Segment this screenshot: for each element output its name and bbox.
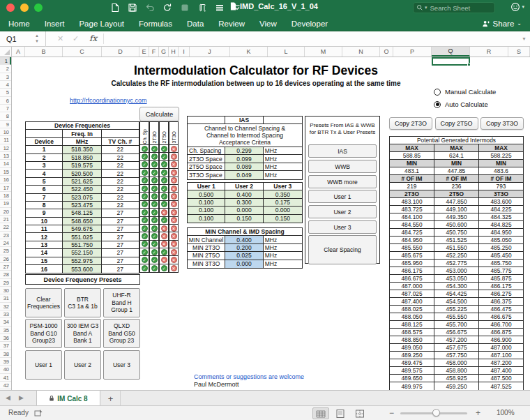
column-header-l[interactable]: L bbox=[268, 47, 305, 57]
tv-channel-cell[interactable]: 27 bbox=[102, 257, 139, 264]
user-spacing-cell[interactable]: 0.300 bbox=[225, 199, 263, 206]
user-spacing-cell[interactable]: 0.100 bbox=[188, 207, 225, 213]
ribbon-tab-home[interactable]: Home bbox=[8, 20, 30, 28]
insert-function-icon[interactable]: fx bbox=[89, 33, 97, 43]
manual-calculate-radio[interactable]: Manual Calculate bbox=[434, 88, 496, 96]
row-header-42[interactable]: 42 bbox=[0, 382, 11, 389]
confirm-entry-icon[interactable]: ✓ bbox=[73, 34, 79, 43]
tv-channel-cell[interactable]: 22 bbox=[102, 162, 139, 169]
cancel-entry-icon[interactable]: ✕ bbox=[57, 34, 63, 43]
device-frequency-cell[interactable]: 518.350 bbox=[63, 146, 101, 153]
row-header-9[interactable]: 9 bbox=[0, 121, 11, 128]
comments-link[interactable]: Comments or suggestions are welcome bbox=[194, 373, 304, 380]
row-header-15[interactable]: 15 bbox=[0, 168, 11, 176]
column-header-m[interactable]: M bbox=[305, 47, 342, 57]
row-header-11[interactable]: 11 bbox=[0, 136, 11, 144]
column-header-b[interactable]: B bbox=[25, 47, 63, 57]
sheet-tab[interactable]: IM Calc 8 bbox=[36, 391, 100, 406]
device-frequency-cell[interactable]: 519.575 bbox=[63, 162, 101, 169]
device-frequency-cell[interactable]: 551.750 bbox=[63, 241, 101, 248]
row-header-35[interactable]: 35 bbox=[0, 327, 11, 334]
column-header-p[interactable]: P bbox=[393, 47, 432, 57]
preset-button-wwb-more[interactable]: WWB more bbox=[308, 175, 377, 188]
tv-channel-cell[interactable]: 22 bbox=[102, 186, 139, 193]
row-header-18[interactable]: 18 bbox=[0, 192, 11, 200]
website-link[interactable]: http://rfcoordinationnyc.com bbox=[70, 97, 147, 104]
tv-channel-cell[interactable]: 22 bbox=[102, 170, 139, 177]
zoom-in-button[interactable]: + bbox=[476, 408, 480, 418]
row-header-31[interactable]: 31 bbox=[0, 294, 11, 302]
row-header-26[interactable]: 26 bbox=[0, 255, 11, 263]
row-header-14[interactable]: 14 bbox=[0, 160, 11, 167]
preset-button-ias[interactable]: IAS bbox=[308, 144, 377, 158]
device-frequency-cell[interactable]: 523.475 bbox=[63, 202, 101, 209]
table-icon[interactable] bbox=[215, 3, 225, 13]
tv-channel-cell[interactable]: 27 bbox=[102, 233, 139, 240]
tv-channel-cell[interactable]: 27 bbox=[102, 218, 139, 225]
fill-handle[interactable] bbox=[467, 63, 471, 66]
device-frequency-cell[interactable]: 551.025 bbox=[63, 233, 101, 240]
min-value-cell[interactable]: 0.400 bbox=[225, 236, 263, 243]
ribbon-tab-formulas[interactable]: Formulas bbox=[139, 20, 172, 28]
formula-bar-expand-icon[interactable]: ▼ bbox=[522, 36, 527, 41]
tv-channel-cell[interactable]: 22 bbox=[102, 154, 139, 161]
user-spacing-cell[interactable]: 0.500 bbox=[188, 190, 225, 197]
min-value-cell[interactable]: 0.000 bbox=[225, 260, 263, 268]
row-header-6[interactable]: 6 bbox=[0, 97, 11, 105]
row-header-25[interactable]: 25 bbox=[0, 247, 11, 255]
page-break-view-icon[interactable] bbox=[351, 407, 368, 419]
spacing-value-cell[interactable]: 0.049 bbox=[225, 171, 263, 179]
device-frequency-cell[interactable]: 521.625 bbox=[63, 178, 101, 185]
row-header-27[interactable]: 27 bbox=[0, 263, 11, 271]
undo-icon[interactable] bbox=[145, 3, 155, 13]
column-header-f[interactable]: F bbox=[149, 47, 159, 57]
user-spacing-cell[interactable]: 0.000 bbox=[264, 207, 302, 213]
row-header-3[interactable]: 3 bbox=[0, 73, 11, 81]
user-spacing-cell[interactable]: 0.000 bbox=[225, 207, 263, 213]
select-all-corner[interactable] bbox=[0, 47, 12, 57]
name-box[interactable]: Q1 ▲▼ bbox=[0, 31, 46, 47]
tv-channel-cell[interactable]: 27 bbox=[102, 249, 139, 256]
user-spacing-cell[interactable]: 0.150 bbox=[225, 215, 263, 223]
device-frequency-cell[interactable]: 523.075 bbox=[63, 194, 101, 201]
column-header-q[interactable]: Q bbox=[432, 47, 470, 57]
user-spacing-cell[interactable]: 0.400 bbox=[225, 190, 263, 197]
auto-calculate-radio[interactable]: Auto Calculate bbox=[434, 100, 488, 108]
row-header-2[interactable]: 2 bbox=[0, 65, 11, 73]
freq-preset-button-btr-c3-1a-1b[interactable]: BTRC3 1a & 1b bbox=[64, 288, 101, 317]
row-header-7[interactable]: 7 bbox=[0, 105, 11, 112]
freq-preset-button-clear-frequencies[interactable]: ClearFrequencies bbox=[25, 288, 62, 317]
name-box-stepper[interactable]: ▲▼ bbox=[35, 33, 39, 44]
row-header-17[interactable]: 17 bbox=[0, 184, 11, 192]
row-header-34[interactable]: 34 bbox=[0, 318, 11, 326]
row-header-28[interactable]: 28 bbox=[0, 271, 11, 278]
min-value-cell[interactable]: 0.200 bbox=[225, 244, 263, 251]
normal-view-icon[interactable] bbox=[312, 407, 329, 419]
freq-preset-button-psm-1000-band-g10-group23[interactable]: PSM-1000Band G10Group23 bbox=[25, 319, 62, 348]
row-header-10[interactable]: 10 bbox=[0, 128, 11, 136]
freq-preset-button-uhf-r-band-h-group-1[interactable]: UHF-RBand HGroup 1 bbox=[103, 288, 140, 317]
min-value-cell[interactable]: 0.025 bbox=[225, 252, 263, 259]
column-header-k[interactable]: K bbox=[230, 47, 268, 57]
row-header-38[interactable]: 38 bbox=[0, 350, 11, 358]
row-header-19[interactable]: 19 bbox=[0, 200, 11, 207]
tv-channel-cell[interactable]: 22 bbox=[102, 194, 139, 201]
prev-sheet-arrow-icon[interactable]: ◀ bbox=[6, 394, 10, 401]
tv-channel-cell[interactable]: 22 bbox=[102, 146, 139, 153]
ribbon-tab-page-layout[interactable]: Page Layout bbox=[79, 20, 124, 28]
row-header-5[interactable]: 5 bbox=[0, 89, 11, 96]
device-frequency-cell[interactable]: 548.650 bbox=[63, 218, 101, 225]
user-spacing-cell[interactable]: 0.100 bbox=[188, 199, 225, 206]
save-icon[interactable] bbox=[128, 3, 137, 13]
ribbon-tab-insert[interactable]: Insert bbox=[45, 20, 65, 28]
copy-2t3o-button[interactable]: Copy 2T3O bbox=[389, 117, 432, 130]
row-header-39[interactable]: 39 bbox=[0, 358, 11, 366]
add-sheet-button[interactable]: + bbox=[101, 391, 121, 406]
ribbon-tab-view[interactable]: View bbox=[259, 20, 277, 28]
user-spacing-cell[interactable]: 0.150 bbox=[264, 215, 302, 223]
minimize-window-button[interactable] bbox=[20, 3, 29, 12]
freq-preset-button-qlxd-band-g50-group-23[interactable]: QLXDBand G50Group 23 bbox=[103, 319, 140, 348]
device-frequency-cell[interactable]: 552.975 bbox=[63, 257, 101, 264]
row-header-40[interactable]: 40 bbox=[0, 366, 11, 373]
column-header-c[interactable]: C bbox=[63, 47, 102, 57]
